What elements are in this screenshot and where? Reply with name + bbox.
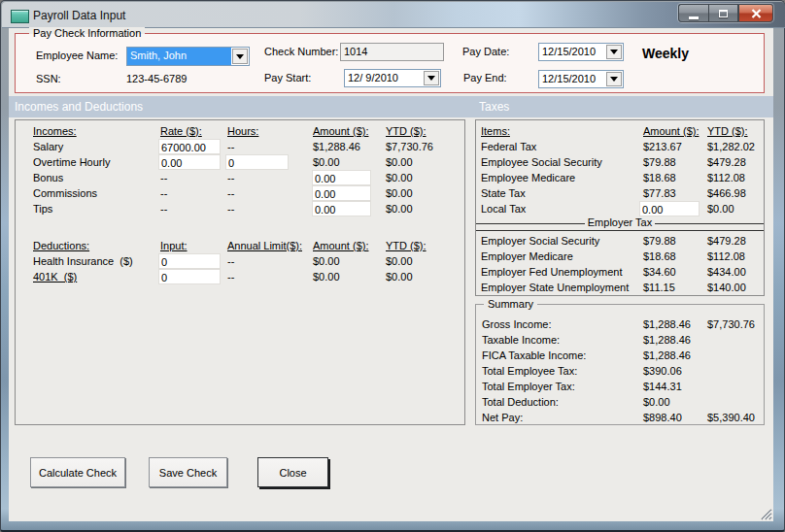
tax-row-ytd: $479.28 bbox=[707, 156, 746, 168]
overtime-hours-input[interactable] bbox=[225, 154, 289, 170]
tax-row-ytd: $112.08 bbox=[707, 250, 745, 262]
window-frame: Payroll Data Input Pay Check Information… bbox=[0, 0, 785, 532]
pay-date-value: 12/15/2010 bbox=[539, 44, 605, 60]
health-amount: $0.00 bbox=[313, 255, 340, 267]
tax-row-ytd: $434.00 bbox=[707, 266, 746, 278]
close-icon bbox=[751, 9, 762, 18]
close-button[interactable] bbox=[738, 4, 773, 22]
income-row-label: Bonus bbox=[33, 172, 63, 183]
summary-row-amount: $898.40 bbox=[643, 412, 682, 423]
tax-row-ytd: $112.08 bbox=[707, 172, 745, 183]
pay-end-dropdown-icon[interactable] bbox=[606, 72, 622, 86]
employee-name-value: Smith, John bbox=[127, 48, 231, 65]
tax-row-ytd: $479.28 bbox=[707, 235, 746, 247]
ssn-label: SSN: bbox=[36, 73, 61, 84]
rate-header: Rate ($): bbox=[160, 125, 202, 137]
tax-row-label: Employer Social Security bbox=[481, 235, 599, 247]
bonus-ytd: $0.00 bbox=[386, 172, 413, 183]
employee-name-dropdown-icon[interactable] bbox=[232, 49, 248, 64]
check-number-input[interactable]: 1014 bbox=[340, 43, 444, 61]
tax-row-ytd: $140.00 bbox=[707, 282, 746, 293]
summary-row-label: Total Employer Tax: bbox=[482, 381, 575, 392]
401k-limit: -- bbox=[227, 271, 234, 283]
pay-date-picker[interactable]: 12/15/2010 bbox=[538, 43, 624, 61]
local-tax-input[interactable] bbox=[639, 201, 700, 216]
summary-row-label: Total Employee Tax: bbox=[482, 365, 577, 377]
summary-row-amount: $390.06 bbox=[643, 365, 682, 377]
summary-row-amount: $1,288.46 bbox=[643, 334, 691, 346]
app-icon bbox=[11, 10, 29, 23]
tax-row-label: Employer Fed Unemployment bbox=[481, 266, 623, 278]
calculate-check-button[interactable]: Calculate Check bbox=[30, 457, 125, 487]
tax-row-label: Federal Tax bbox=[481, 141, 536, 152]
income-row-label: Salary bbox=[33, 141, 63, 152]
tax-row-amount: $79.88 bbox=[643, 156, 676, 168]
tax-row-label: Employee Medicare bbox=[481, 172, 575, 183]
tips-amount-input[interactable] bbox=[312, 201, 371, 216]
window-title: Payroll Data Input bbox=[33, 9, 125, 22]
commissions-amount-input[interactable] bbox=[312, 185, 371, 201]
tips-rate: -- bbox=[160, 203, 167, 215]
ssn-value: 123-45-6789 bbox=[126, 73, 187, 84]
maximize-button[interactable] bbox=[708, 4, 738, 22]
tax-row-amount: $11.15 bbox=[643, 282, 675, 293]
tax-row-label: Employee Social Security bbox=[481, 156, 602, 168]
resize-grip[interactable] bbox=[759, 507, 772, 520]
commissions-ytd: $0.00 bbox=[386, 187, 413, 199]
items-header: Items: bbox=[481, 125, 510, 137]
tax-row-ytd: $466.98 bbox=[707, 187, 746, 199]
pay-start-label: Pay Start: bbox=[264, 72, 311, 83]
summary-row-amount: $1,288.46 bbox=[643, 349, 691, 361]
tax-row-label: State Tax bbox=[481, 187, 526, 199]
401k-ytd: $0.00 bbox=[386, 271, 413, 283]
summary-row-label: Total Deduction: bbox=[482, 396, 559, 408]
employee-name-combobox[interactable]: Smith, John bbox=[126, 47, 250, 66]
401k-input[interactable] bbox=[158, 269, 221, 284]
amount-header: Amount ($): bbox=[313, 125, 368, 137]
overtime-amount: $0.00 bbox=[313, 156, 340, 168]
deduction-row-label-401k: 401K ($) bbox=[33, 271, 77, 283]
tax-row-label: Employer State Unemployment bbox=[481, 282, 629, 293]
employer-tax-header: Employer Tax bbox=[476, 216, 764, 228]
tax-row-amount: $18.68 bbox=[643, 172, 676, 183]
health-ytd: $0.00 bbox=[386, 255, 413, 267]
close-check-button[interactable]: Close bbox=[257, 457, 328, 487]
summary-group-label: Summary bbox=[484, 298, 537, 310]
401k-amount: $0.00 bbox=[313, 271, 340, 283]
salary-rate-input[interactable] bbox=[158, 139, 221, 154]
annual-limit-header: Annual Limit($): bbox=[227, 240, 302, 251]
summary-row-amount: $144.31 bbox=[643, 381, 682, 392]
salary-hours: -- bbox=[227, 141, 234, 152]
minimize-button[interactable] bbox=[678, 4, 708, 22]
tax-row-amount: $213.67 bbox=[643, 141, 682, 152]
ded-amount-header: Amount ($): bbox=[313, 240, 368, 251]
pay-date-dropdown-icon[interactable] bbox=[606, 45, 622, 59]
pay-start-dropdown-icon[interactable] bbox=[424, 71, 439, 85]
titlebar: Payroll Data Input bbox=[2, 2, 785, 28]
summary-row-amount: $1,288.46 bbox=[643, 318, 691, 330]
employee-name-label: Employee Name: bbox=[36, 50, 118, 61]
pay-start-value: 12/ 9/2010 bbox=[345, 70, 423, 86]
incomes-header: Incomes: bbox=[33, 125, 77, 137]
bonus-amount-input[interactable] bbox=[312, 170, 371, 185]
tax-row-amount: $77.83 bbox=[643, 187, 676, 199]
paycheck-group-label: Pay Check Information bbox=[29, 27, 145, 39]
tips-hours: -- bbox=[227, 203, 234, 215]
ded-ytd-header: YTD ($): bbox=[386, 240, 427, 251]
pay-start-picker[interactable]: 12/ 9/2010 bbox=[344, 69, 441, 87]
ytd-header: YTD ($): bbox=[386, 125, 427, 137]
overtime-rate-input[interactable] bbox=[158, 154, 221, 170]
client-area: Pay Check Information Employee Name: Smi… bbox=[9, 28, 773, 521]
hours-header: Hours: bbox=[227, 125, 258, 137]
health-limit: -- bbox=[227, 255, 234, 267]
pay-end-picker[interactable]: 12/15/2010 bbox=[538, 70, 624, 88]
tax-row-amount: $34.60 bbox=[643, 266, 676, 278]
save-check-button[interactable]: Save Check bbox=[149, 457, 227, 487]
summary-row-label: Gross Income: bbox=[482, 318, 552, 330]
pay-end-label: Pay End: bbox=[463, 72, 507, 83]
maximize-icon bbox=[719, 10, 728, 17]
health-insurance-input[interactable] bbox=[158, 253, 221, 269]
salary-amount: $1,288.46 bbox=[313, 141, 360, 152]
tips-ytd: $0.00 bbox=[386, 203, 413, 215]
income-row-label: Tips bbox=[33, 203, 52, 215]
